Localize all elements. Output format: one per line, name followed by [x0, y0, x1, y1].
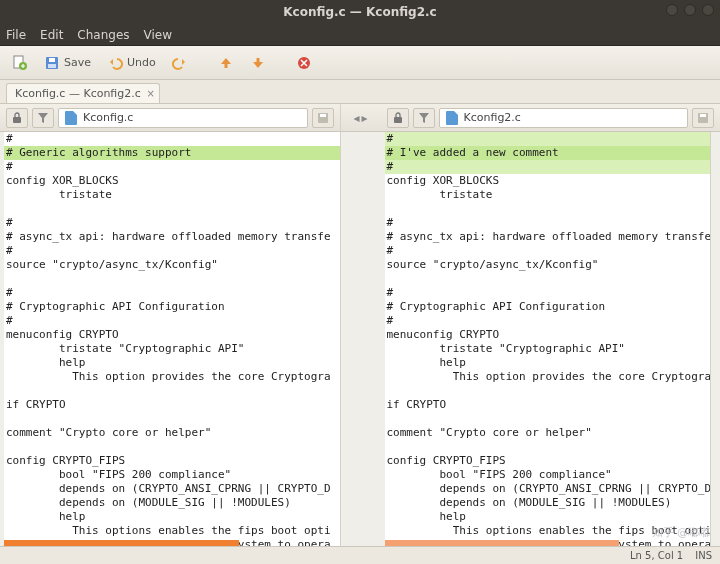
- save-label: Save: [64, 56, 91, 69]
- left-pane-header: Kconfig.c: [0, 104, 340, 132]
- right-file-chooser[interactable]: Kconfig2.c: [439, 108, 689, 128]
- code-line: config CRYPTO_FIPS: [385, 454, 721, 468]
- save-button[interactable]: Save: [38, 52, 97, 74]
- arrow-up-icon: [218, 55, 234, 71]
- code-line: #: [385, 160, 721, 174]
- code-line: # Generic algorithms support: [4, 146, 340, 160]
- code-line: #: [385, 244, 721, 258]
- undo-button[interactable]: Undo: [101, 52, 162, 74]
- svg-rect-6: [256, 58, 259, 63]
- code-line: [385, 384, 721, 398]
- file-icon: [65, 111, 77, 125]
- right-code-view[interactable]: ## I've added a new comment✖#config XOR_…: [381, 132, 721, 546]
- menu-changes[interactable]: Changes: [77, 28, 129, 42]
- right-save-file-button[interactable]: [692, 108, 714, 128]
- prev-change-button[interactable]: [212, 52, 240, 74]
- code-line: #: [385, 132, 721, 146]
- overview-gutter[interactable]: [710, 132, 720, 546]
- lock-button-left[interactable]: [6, 108, 28, 128]
- code-line: This option provides the core Cryptogra: [385, 370, 721, 384]
- code-line: [4, 412, 340, 426]
- filter-button-left[interactable]: [32, 108, 54, 128]
- svg-rect-10: [320, 114, 326, 117]
- menu-view[interactable]: View: [144, 28, 172, 42]
- code-line: help: [4, 356, 340, 370]
- code-line: This options enables the fips boot opti: [385, 524, 721, 538]
- code-line: config CRYPTO_FIPS: [4, 454, 340, 468]
- right-pane-header: Kconfig2.c: [381, 104, 721, 132]
- toolbar: Save Undo: [0, 46, 720, 80]
- save-icon: [44, 55, 60, 71]
- code-line: tristate "Cryptographic API": [385, 342, 721, 356]
- redo-button[interactable]: [166, 52, 194, 74]
- svg-rect-11: [394, 117, 402, 123]
- svg-rect-4: [48, 64, 56, 68]
- code-line: # async_tx api: hardware offloaded memor…: [385, 230, 721, 244]
- minimize-button[interactable]: [666, 4, 678, 16]
- code-line: if CRYPTO: [4, 398, 340, 412]
- new-button[interactable]: [6, 52, 34, 74]
- code-line: #: [385, 216, 721, 230]
- code-line: # Cryptographic API Configuration: [385, 300, 721, 314]
- svg-rect-5: [224, 63, 227, 68]
- code-line: [385, 272, 721, 286]
- code-line: # async_tx api: hardware offloaded memor…: [4, 230, 340, 244]
- code-line: help: [4, 510, 340, 524]
- code-line: [385, 412, 721, 426]
- lock-button-right[interactable]: [387, 108, 409, 128]
- code-line: source "crypto/async_tx/Kconfig": [4, 258, 340, 272]
- code-line: [4, 440, 340, 454]
- code-line: # Cryptographic API Configuration: [4, 300, 340, 314]
- filter-button-right[interactable]: [413, 108, 435, 128]
- filter-icon: [419, 112, 429, 124]
- code-line: depends on (MODULE_SIG || !MODULES): [385, 496, 721, 510]
- code-line: source "crypto/async_tx/Kconfig": [385, 258, 721, 272]
- next-change-button[interactable]: [244, 52, 272, 74]
- svg-rect-13: [700, 114, 706, 117]
- filter-icon: [38, 112, 48, 124]
- push-left-icon[interactable]: ◂: [353, 111, 359, 125]
- code-line: depends on (CRYPTO_ANSI_CPRNG || CRYPTO_…: [385, 482, 721, 496]
- insert-mode: INS: [695, 550, 712, 561]
- code-line: comment "Crypto core or helper": [385, 426, 721, 440]
- tab-diff[interactable]: Kconfig.c — Kconfig2.c ×: [6, 83, 160, 103]
- link-column: ◂ ▸: [341, 104, 381, 546]
- code-line: #: [4, 286, 340, 300]
- new-icon: [12, 55, 28, 71]
- left-scroll-indicator: [4, 540, 239, 546]
- code-line: #: [4, 160, 340, 174]
- undo-label: Undo: [127, 56, 156, 69]
- code-line: [4, 202, 340, 216]
- code-line: #: [385, 286, 721, 300]
- statusbar: Ln 5, Col 1 INS: [0, 546, 720, 564]
- code-line: comment "Crypto core or helper": [4, 426, 340, 440]
- menu-edit[interactable]: Edit: [40, 28, 63, 42]
- code-line: This option provides the core Cryptogra: [4, 370, 340, 384]
- menu-file[interactable]: File: [6, 28, 26, 42]
- menubar: File Edit Changes View: [0, 24, 720, 46]
- right-scroll-indicator: [385, 540, 620, 546]
- undo-icon: [107, 55, 123, 71]
- code-line: menuconfig CRYPTO: [4, 328, 340, 342]
- disk-icon: [317, 112, 329, 124]
- left-code-view[interactable]: ## Generic algorithms support#config XOR…: [0, 132, 340, 546]
- maximize-button[interactable]: [684, 4, 696, 16]
- push-right-icon[interactable]: ▸: [362, 111, 368, 125]
- lock-icon: [12, 112, 22, 124]
- redo-icon: [172, 55, 188, 71]
- arrow-down-icon: [250, 55, 266, 71]
- right-pane: Kconfig2.c ## I've added a new comment✖#…: [381, 104, 721, 546]
- code-line: #: [4, 314, 340, 328]
- left-save-file-button[interactable]: [312, 108, 334, 128]
- code-line: bool "FIPS 200 compliance": [4, 468, 340, 482]
- stop-button[interactable]: [290, 52, 318, 74]
- titlebar: Kconfig.c — Kconfig2.c: [0, 0, 720, 24]
- left-file-chooser[interactable]: Kconfig.c: [58, 108, 308, 128]
- code-line: tristate: [4, 188, 340, 202]
- code-line: [4, 384, 340, 398]
- close-window-button[interactable]: [702, 4, 714, 16]
- disk-icon: [697, 112, 709, 124]
- code-line: [4, 272, 340, 286]
- tab-close-icon[interactable]: ×: [146, 88, 154, 99]
- file-icon: [446, 111, 458, 125]
